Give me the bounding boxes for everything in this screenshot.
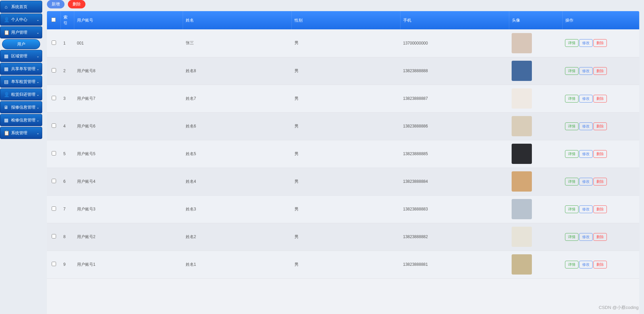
- avatar: [512, 33, 532, 53]
- row-delete-button[interactable]: 删除: [593, 39, 607, 47]
- detail-button[interactable]: 详情: [565, 39, 578, 47]
- cell-ops: 详情修改删除: [562, 140, 639, 168]
- row-checkbox[interactable]: [52, 96, 56, 100]
- detail-button[interactable]: 详情: [565, 150, 578, 158]
- cell-ops: 详情修改删除: [562, 112, 639, 140]
- row-delete-button[interactable]: 删除: [593, 233, 607, 241]
- chevron-down-icon: ⌄: [36, 67, 39, 71]
- sidebar-item-1[interactable]: 👤个人中心⌄: [0, 13, 42, 26]
- edit-button[interactable]: 修改: [579, 67, 593, 75]
- detail-button[interactable]: 详情: [565, 122, 578, 130]
- detail-button[interactable]: 详情: [565, 95, 578, 103]
- row-delete-button[interactable]: 删除: [593, 150, 607, 158]
- row-checkbox[interactable]: [52, 262, 56, 266]
- table-row: 1001张三男13700000000详情修改删除: [47, 29, 639, 57]
- sidebar-item-0[interactable]: ⌂系统首页: [0, 1, 42, 13]
- row-checkbox[interactable]: [52, 206, 56, 211]
- cell-name: 姓名3: [183, 195, 292, 223]
- edit-button[interactable]: 修改: [579, 95, 593, 103]
- cell-phone: 13823888883: [401, 195, 509, 223]
- cell-avatar: [509, 223, 562, 251]
- row-delete-button[interactable]: 删除: [593, 122, 607, 130]
- row-checkbox[interactable]: [52, 234, 56, 238]
- row-delete-button[interactable]: 删除: [593, 67, 607, 75]
- chevron-down-icon: ⌄: [36, 80, 39, 84]
- row-delete-button[interactable]: 删除: [593, 95, 607, 103]
- sidebar-item-4[interactable]: ▦区域管理⌄: [0, 50, 42, 62]
- add-button[interactable]: 新增: [47, 0, 65, 8]
- header-checkbox: [47, 11, 60, 29]
- menu-icon: ⌂: [4, 4, 8, 9]
- menu-icon: ▦: [4, 117, 8, 123]
- header-name: 姓名: [183, 11, 292, 29]
- header-index: 索引: [60, 11, 74, 29]
- table-row: 3用户账号7姓名7男13823888887详情修改删除: [47, 85, 639, 112]
- sidebar-item-8[interactable]: 🖥报修信息管理⌄: [0, 101, 42, 113]
- cell-account: 用户账号1: [74, 251, 183, 278]
- main-content: 新增 删除 索引 用户账号 姓名 性别 手机 头像: [42, 0, 644, 314]
- row-delete-button[interactable]: 删除: [593, 205, 607, 213]
- sidebar-item-3[interactable]: 用户: [2, 39, 40, 49]
- detail-button[interactable]: 详情: [565, 67, 578, 75]
- edit-button[interactable]: 修改: [579, 178, 593, 185]
- avatar: [512, 199, 532, 219]
- row-checkbox[interactable]: [52, 179, 56, 183]
- edit-button[interactable]: 修改: [579, 122, 593, 130]
- sidebar-item-label: 个人中心: [11, 17, 27, 23]
- cell-gender: 男: [292, 223, 401, 251]
- cell-avatar: [509, 57, 562, 85]
- sidebar-item-7[interactable]: 👤租赁归还管理⌄: [0, 88, 42, 101]
- header-ops: 操作: [562, 11, 639, 29]
- cell-name: 张三: [183, 29, 292, 57]
- chevron-down-icon: ⌄: [36, 131, 39, 135]
- sidebar-item-label: 用户管理: [11, 30, 27, 35]
- edit-button[interactable]: 修改: [579, 233, 593, 241]
- cell-phone: 13823888886: [401, 112, 509, 140]
- menu-icon: 🖥: [4, 105, 8, 110]
- cell-ops: 详情修改删除: [562, 195, 639, 223]
- sidebar-item-10[interactable]: 📋系统管理⌄: [0, 127, 42, 139]
- row-delete-button[interactable]: 删除: [593, 178, 607, 185]
- edit-button[interactable]: 修改: [579, 261, 593, 268]
- row-checkbox[interactable]: [52, 40, 56, 45]
- chevron-down-icon: ⌄: [36, 54, 39, 58]
- detail-button[interactable]: 详情: [565, 261, 578, 268]
- row-checkbox[interactable]: [52, 68, 56, 73]
- select-all-checkbox[interactable]: [51, 18, 56, 22]
- row-delete-button[interactable]: 删除: [593, 261, 607, 268]
- edit-button[interactable]: 修改: [579, 205, 593, 213]
- cell-account: 用户账号6: [74, 112, 183, 140]
- detail-button[interactable]: 详情: [565, 233, 578, 241]
- sidebar-item-2[interactable]: 📋用户管理⌄: [0, 26, 42, 38]
- chevron-down-icon: ⌄: [36, 106, 39, 109]
- cell-name: 姓名7: [183, 85, 292, 112]
- cell-ops: 详情修改删除: [562, 251, 639, 278]
- menu-icon: ▤: [4, 79, 8, 84]
- detail-button[interactable]: 详情: [565, 205, 578, 213]
- delete-button[interactable]: 删除: [68, 0, 85, 8]
- cell-name: 姓名1: [183, 251, 292, 278]
- edit-button[interactable]: 修改: [579, 39, 593, 47]
- sidebar-item-6[interactable]: ▤单车租赁管理⌄: [0, 76, 42, 88]
- sidebar-item-label: 用户: [17, 41, 25, 47]
- cell-index: 4: [60, 112, 74, 140]
- watermark: CSDN @小蔡coding: [599, 305, 639, 311]
- sidebar-item-label: 系统首页: [11, 4, 27, 10]
- menu-icon: ▦: [4, 66, 8, 72]
- cell-avatar: [509, 85, 562, 112]
- edit-button[interactable]: 修改: [579, 150, 593, 158]
- cell-name: 姓名8: [183, 57, 292, 85]
- cell-index: 2: [60, 57, 74, 85]
- table-header-row: 索引 用户账号 姓名 性别 手机 头像 操作: [47, 11, 639, 29]
- row-checkbox[interactable]: [52, 151, 56, 155]
- detail-button[interactable]: 详情: [565, 178, 578, 185]
- cell-phone: 13823888881: [401, 251, 509, 278]
- menu-icon: 📋: [4, 30, 8, 35]
- avatar: [512, 88, 532, 109]
- sidebar-item-5[interactable]: ▦共享单车管理⌄: [0, 63, 42, 75]
- table-row: 9用户账号1姓名1男13823888881详情修改删除: [47, 251, 639, 278]
- cell-account: 用户账号5: [74, 140, 183, 168]
- cell-phone: 13823888885: [401, 140, 509, 168]
- sidebar-item-9[interactable]: ▦检修信息管理⌄: [0, 114, 42, 126]
- row-checkbox[interactable]: [52, 123, 56, 128]
